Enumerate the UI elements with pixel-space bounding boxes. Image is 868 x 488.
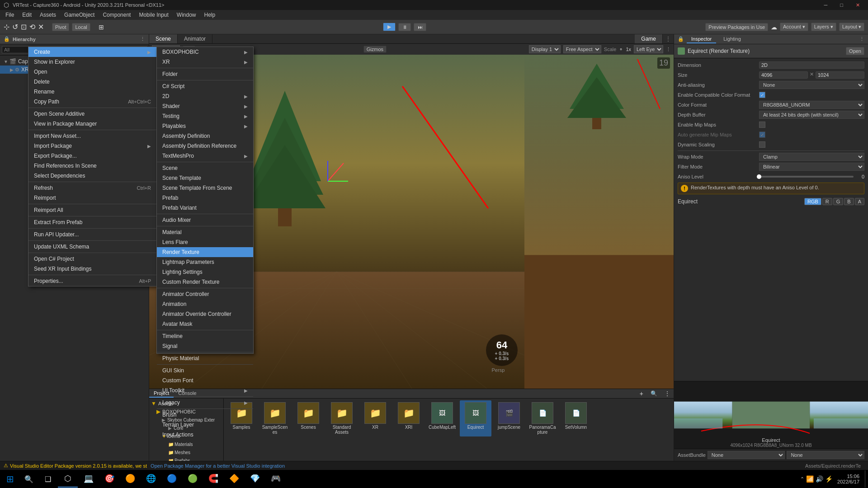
proj-asset-xr[interactable]: 📁 XR (359, 400, 391, 436)
proj-asset-samplescenes[interactable]: 📁 SampleScenes (259, 400, 291, 436)
channel-rgb-btn[interactable]: RGB (804, 198, 821, 205)
search-button[interactable]: 🔍 (20, 470, 38, 488)
close-btn[interactable]: ✕ (851, 2, 864, 8)
show-desktop[interactable] (865, 470, 867, 488)
menu-help[interactable]: Help (201, 11, 219, 19)
create-lighting-settings[interactable]: Lighting Settings (157, 267, 253, 277)
game-display-select[interactable]: Display 1 (529, 45, 561, 53)
tab-inspector[interactable]: Inspector (687, 35, 716, 43)
tab-animator[interactable]: Animator (178, 34, 212, 43)
asset-bundle-select1[interactable]: None (708, 451, 785, 459)
hierarchy-menu-icon[interactable]: ⋮ (140, 36, 145, 42)
start-button[interactable]: ⊞ (1, 470, 19, 488)
aniso-slider[interactable]: 0 (759, 174, 864, 179)
create-brush[interactable]: Brush (157, 410, 253, 420)
status-warning2-text[interactable]: Open Package Manager for a better Visual… (151, 463, 285, 469)
toolbar-icon5[interactable]: ✕ (38, 23, 44, 31)
filtermode-select[interactable]: Bilinear (759, 163, 864, 171)
menu-component[interactable]: Component (99, 11, 134, 19)
create-scene-template[interactable]: Scene Template (157, 173, 253, 183)
create-2d[interactable]: 2D ▶ (157, 91, 253, 101)
pause-button[interactable]: ⏸ (398, 23, 411, 31)
ctx-open[interactable]: Open (28, 67, 156, 77)
menu-gameobject[interactable]: GameObject (61, 11, 98, 19)
create-csharp[interactable]: C# Script (157, 81, 253, 91)
create-render-texture[interactable]: Render Texture (157, 247, 253, 257)
asset-bundle-select2[interactable]: None (787, 451, 864, 459)
ctx-export-package[interactable]: Export Package... (28, 151, 156, 161)
ctx-reimport-all[interactable]: Reimport All (28, 205, 156, 215)
open-button[interactable]: Open (846, 47, 864, 55)
menu-edit[interactable]: Edit (19, 11, 35, 19)
create-lens-flare[interactable]: Lens Flare (157, 237, 253, 247)
create-terrain-layer[interactable]: Terrain Layer (157, 420, 253, 430)
tray-network[interactable]: 📶 (806, 475, 814, 483)
dynamicscaling-checkbox[interactable] (759, 141, 765, 148)
create-avatar-mask[interactable]: Avatar Mask (157, 319, 253, 329)
proj-folder-meshes[interactable]: 📁 Meshes (149, 448, 223, 456)
create-animation[interactable]: Animation (157, 299, 253, 309)
create-prefab[interactable]: Prefab (157, 193, 253, 203)
channel-g-btn[interactable]: G (833, 198, 844, 205)
menu-assets[interactable]: Assets (36, 11, 60, 19)
taskbar-unity[interactable]: ⬡ (58, 470, 78, 488)
create-material[interactable]: Material (157, 227, 253, 237)
tray-volume[interactable]: 🔊 (816, 475, 823, 483)
toolbar-icon3[interactable]: ⊡ (21, 23, 27, 31)
ctx-run-api[interactable]: Run API Updater... (28, 230, 156, 239)
minimize-btn[interactable]: ─ (820, 2, 832, 8)
create-scene[interactable]: Scene (157, 163, 253, 173)
create-input-actions[interactable]: Input Actions (157, 430, 253, 440)
create-custom-render-texture[interactable]: Custom Render Texture (157, 277, 253, 287)
inspector-lock-icon[interactable]: 🔒 (678, 36, 684, 42)
ctx-copy-path[interactable]: Copy Path Alt+Ctrl+C (28, 97, 156, 107)
project-search-icon[interactable]: 🔍 (647, 389, 661, 398)
taskbar-app4[interactable]: 🔶 (224, 470, 244, 488)
wrapmode-select[interactable]: Clamp (759, 153, 864, 161)
create-audio-mixer[interactable]: Audio Mixer (157, 215, 253, 225)
create-prefab-variant[interactable]: Prefab Variant (157, 203, 253, 213)
create-lightmap-params[interactable]: Lightmap Parameters (157, 257, 253, 267)
toolbar-icon1[interactable]: ⊹ (4, 23, 9, 31)
create-assemblydefref[interactable]: Assembly Definition Reference (157, 141, 253, 151)
tab-scene[interactable]: Scene (149, 34, 178, 43)
ctx-open-scene[interactable]: Open Scene Additive (28, 109, 156, 119)
layers-button[interactable]: Layers ▾ (811, 23, 836, 31)
ctx-refresh[interactable]: Refresh Ctrl+R (28, 183, 156, 193)
colorformat-select[interactable]: R8G8B8A8_UNORM (759, 101, 864, 109)
ctx-select-deps[interactable]: Select Dependencies (28, 171, 156, 181)
layout-button[interactable]: Layout ▾ (839, 23, 864, 31)
game-more-icon[interactable]: ⋮ (663, 34, 674, 43)
taskbar-app6[interactable]: 🎮 (266, 470, 286, 488)
create-boxophobic[interactable]: BOXOPHOBIC ▶ (157, 47, 253, 57)
proj-asset-scenes[interactable]: 📁 Scenes (292, 400, 324, 436)
create-animator-override[interactable]: Animator Override Controller (157, 309, 253, 319)
ctx-import-package[interactable]: Import Package ▶ (28, 141, 156, 151)
ctx-properties[interactable]: Properties... Alt+P (28, 276, 156, 286)
create-submenu[interactable]: BOXOPHOBIC ▶ XR ▶ Folder C# Script 2D ▶ … (156, 47, 254, 354)
create-scene-template-from-scene[interactable]: Scene Template From Scene (157, 183, 253, 193)
ctx-reimport[interactable]: Reimport (28, 193, 156, 203)
ctx-update-uxml[interactable]: Update UXML Schema (28, 242, 156, 252)
create-animator-controller[interactable]: Animator Controller (157, 289, 253, 299)
game-aspect-select[interactable]: Free Aspect (563, 45, 601, 53)
depth-select[interactable]: At least 24 bits depth (with stencil) (759, 111, 864, 119)
tray-up-arrow[interactable]: ⌃ (800, 476, 804, 482)
account-button[interactable]: Account ▾ (780, 23, 808, 31)
taskbar-app2[interactable]: 🟢 (183, 470, 203, 488)
taskbar-app1[interactable]: 🔵 (162, 470, 182, 488)
proj-asset-xri[interactable]: 📁 XRI (393, 400, 425, 436)
taskbar-blender[interactable]: 🟠 (120, 470, 140, 488)
taskbar-app3[interactable]: 🧲 (203, 470, 223, 488)
step-button[interactable]: ⏭ (414, 23, 426, 31)
toolbar-icon2[interactable]: ↺ (12, 23, 18, 31)
create-folder[interactable]: Folder (157, 69, 253, 79)
game-more2-icon[interactable]: ⋮ (666, 47, 671, 52)
status-warning-text[interactable]: Visual Studio Editor Package version 2.0… (10, 463, 147, 469)
pivot-button[interactable]: Pivot (52, 23, 69, 31)
ctx-rename[interactable]: Rename (28, 87, 156, 97)
menu-mobile-input[interactable]: Mobile Input (135, 11, 172, 19)
system-clock[interactable]: 15:06 2022/6/17 (837, 474, 863, 484)
proj-asset-setvolumn[interactable]: 📄 SetVolumn (560, 400, 592, 436)
cloud-icon[interactable]: ☁ (771, 23, 777, 31)
